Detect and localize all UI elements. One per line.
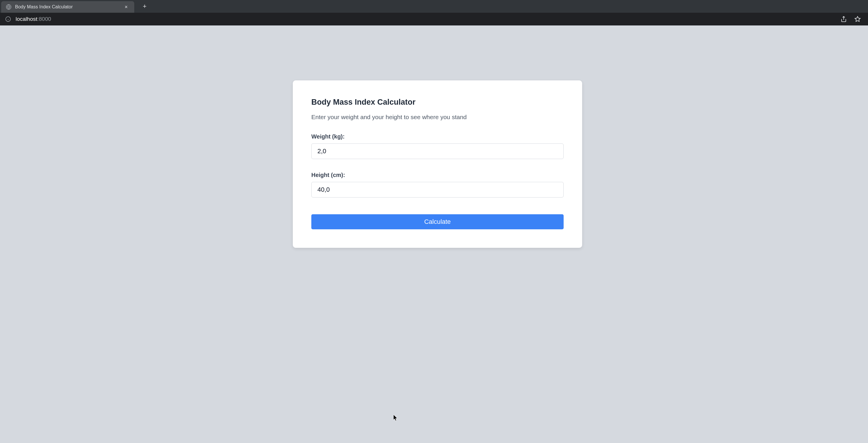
url-port: :8000 — [37, 16, 51, 22]
card-subtitle: Enter your weight and your height to see… — [311, 114, 564, 121]
share-icon[interactable] — [840, 15, 847, 23]
globe-icon — [6, 4, 11, 10]
close-icon[interactable]: × — [123, 4, 129, 10]
new-tab-button[interactable]: + — [140, 1, 150, 11]
viewport: Body Mass Index Calculator Enter your we… — [0, 26, 868, 443]
tab-title: Body Mass Index Calculator — [15, 4, 120, 9]
calculate-button[interactable]: Calculate — [311, 214, 564, 229]
weight-label: Weight (kg): — [311, 133, 564, 140]
cursor-icon — [394, 415, 398, 421]
browser-tab[interactable]: Body Mass Index Calculator × — [1, 1, 134, 13]
weight-group: Weight (kg): — [311, 133, 564, 159]
card-title: Body Mass Index Calculator — [311, 98, 564, 107]
browser-chrome: Body Mass Index Calculator × + localhost… — [0, 0, 868, 26]
toolbar-right — [840, 15, 863, 23]
svg-marker-5 — [855, 17, 860, 22]
height-input[interactable] — [311, 182, 564, 197]
tab-bar: Body Mass Index Calculator × + — [0, 0, 868, 13]
height-label: Height (cm): — [311, 172, 564, 179]
address-bar-row: localhost:8000 — [0, 13, 868, 26]
star-icon[interactable] — [854, 15, 861, 23]
height-group: Height (cm): — [311, 172, 564, 197]
bmi-card: Body Mass Index Calculator Enter your we… — [293, 81, 582, 248]
info-icon[interactable] — [5, 15, 11, 23]
weight-input[interactable] — [311, 144, 564, 159]
address-bar[interactable]: localhost:8000 — [16, 16, 840, 22]
url-host: localhost — [16, 16, 37, 22]
